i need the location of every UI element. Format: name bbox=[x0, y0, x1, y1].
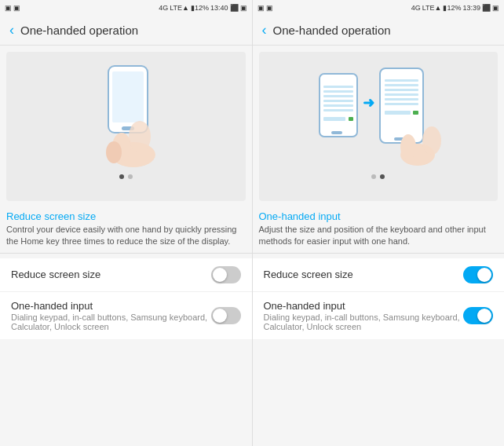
svg-rect-23 bbox=[385, 98, 418, 101]
right-setting-row-1: Reduce screen size bbox=[253, 258, 505, 292]
left-dot-1 bbox=[119, 174, 124, 179]
status-bar-left: ▣▣ 4GLTE▲▮12% 13:40 ⬛▣ bbox=[0, 0, 252, 16]
right-feature-desc: Adjust the size and position of the keyb… bbox=[253, 224, 505, 253]
left-toggle-2[interactable] bbox=[211, 307, 241, 324]
svg-rect-15 bbox=[349, 117, 353, 121]
left-header: ‹ One-handed operation bbox=[0, 16, 252, 46]
right2-status-icons-r: 4GLTE▲▮12% 13:39 ⬛▣ bbox=[411, 4, 499, 12]
left-toggle-1[interactable] bbox=[211, 266, 241, 283]
svg-rect-25 bbox=[385, 111, 411, 115]
right-carousel: ➜ bbox=[259, 52, 499, 201]
right-settings-list: Reduce screen size One-handed input Dial… bbox=[253, 258, 505, 339]
svg-rect-10 bbox=[323, 95, 353, 97]
right-status-icons-left: 4GLTE▲▮12% 13:40 ⬛▣ bbox=[159, 4, 247, 12]
svg-rect-1 bbox=[112, 71, 144, 122]
left-carousel-image bbox=[14, 60, 238, 170]
left-illustration bbox=[86, 62, 165, 168]
svg-rect-14 bbox=[323, 117, 345, 121]
svg-rect-19 bbox=[385, 79, 418, 82]
left-feature-desc: Control your device easily with one hand… bbox=[0, 224, 252, 253]
right-dots bbox=[371, 174, 385, 179]
right-header: ‹ One-handed operation bbox=[253, 16, 505, 46]
time-left: 13:40 bbox=[210, 4, 228, 12]
right-toggle-1[interactable] bbox=[463, 266, 493, 283]
svg-rect-12 bbox=[323, 104, 353, 107]
svg-rect-11 bbox=[323, 100, 353, 102]
left-dots bbox=[119, 174, 133, 179]
right-dot-1 bbox=[371, 174, 376, 179]
left-toggle-knob-1 bbox=[213, 268, 227, 282]
right-divider bbox=[253, 253, 505, 254]
right-back-button[interactable]: ‹ bbox=[262, 22, 267, 38]
right-panel-title: One-handed operation bbox=[273, 24, 391, 37]
right2-status-icons: ▣▣ bbox=[257, 4, 273, 12]
svg-rect-22 bbox=[385, 93, 418, 96]
svg-point-30 bbox=[422, 126, 441, 155]
svg-rect-21 bbox=[385, 89, 418, 91]
right-setting-label-1: Reduce screen size bbox=[264, 269, 353, 280]
left-panel-title: One-handed operation bbox=[20, 24, 138, 37]
right-setting-row-2: One-handed input Dialing keypad, in-call… bbox=[253, 292, 505, 339]
time-right: 13:39 bbox=[462, 4, 480, 12]
left-feature-title: Reduce screen size bbox=[0, 207, 252, 224]
svg-rect-26 bbox=[413, 111, 418, 115]
svg-point-29 bbox=[400, 134, 416, 159]
left-dot-2 bbox=[128, 174, 133, 179]
left-setting-row-1: Reduce screen size bbox=[0, 258, 252, 292]
svg-rect-8 bbox=[323, 86, 353, 88]
left-setting-text-2: One-handed input Dialing keypad, in-call… bbox=[11, 300, 211, 331]
right-toggle-knob-2 bbox=[477, 309, 491, 323]
right-dot-2 bbox=[380, 174, 385, 179]
svg-point-6 bbox=[129, 121, 151, 152]
right-panel: ‹ One-handed operation bbox=[253, 16, 505, 446]
svg-rect-20 bbox=[385, 84, 418, 86]
right-toggle-knob-1 bbox=[477, 268, 491, 282]
svg-rect-9 bbox=[323, 90, 353, 93]
left-divider bbox=[0, 253, 252, 254]
left-settings-list: Reduce screen size One-handed input Dial… bbox=[0, 258, 252, 339]
left-setting-row-2: One-handed input Dialing keypad, in-call… bbox=[0, 292, 252, 339]
svg-point-5 bbox=[106, 141, 122, 163]
right-illustration: ➜ bbox=[316, 62, 441, 168]
status-bar-right: ▣▣ 4GLTE▲▮12% 13:39 ⬛▣ bbox=[252, 0, 505, 16]
left-toggle-knob-2 bbox=[213, 309, 227, 323]
svg-rect-16 bbox=[331, 131, 342, 134]
svg-rect-13 bbox=[323, 109, 353, 112]
right-feature-title: One-handed input bbox=[253, 207, 505, 224]
left-panel: ‹ One-handed operation bbox=[0, 16, 253, 446]
left-status-icons: ▣▣ bbox=[5, 4, 20, 12]
right-setting-text-2: One-handed input Dialing keypad, in-call… bbox=[264, 300, 464, 331]
left-carousel bbox=[6, 52, 246, 201]
left-back-button[interactable]: ‹ bbox=[9, 22, 14, 38]
svg-rect-24 bbox=[385, 103, 418, 105]
svg-text:➜: ➜ bbox=[363, 95, 374, 111]
right-toggle-2[interactable] bbox=[463, 307, 493, 324]
left-setting-label-1: Reduce screen size bbox=[11, 269, 100, 280]
right-carousel-image: ➜ bbox=[267, 60, 491, 170]
